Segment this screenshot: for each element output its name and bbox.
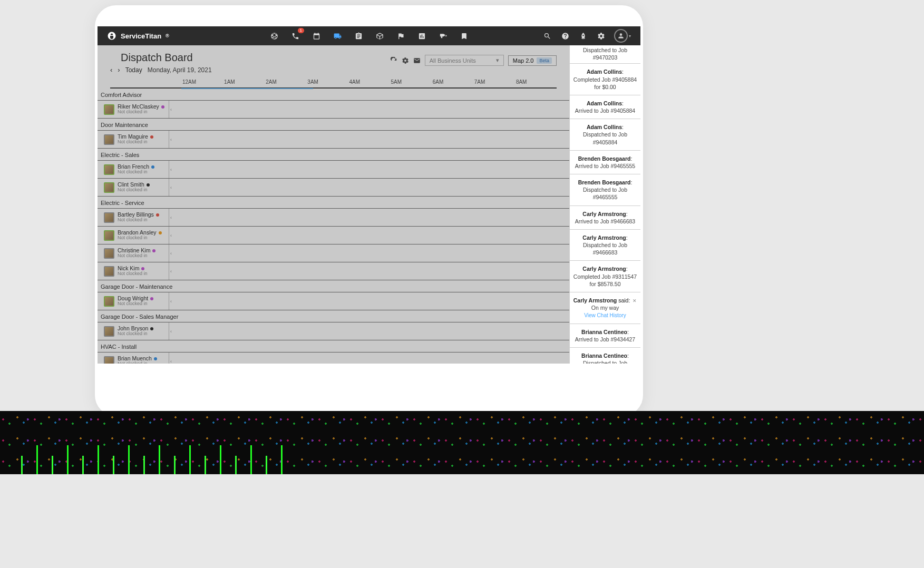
phone-badge: 1 bbox=[298, 28, 304, 33]
collapse-handle[interactable]: ‹ bbox=[170, 269, 172, 274]
collapse-handle[interactable]: ‹ bbox=[170, 137, 172, 142]
tech-track[interactable]: ‹ bbox=[169, 161, 569, 178]
tech-photo bbox=[104, 296, 114, 307]
collapse-handle[interactable]: ‹ bbox=[170, 167, 172, 172]
tech-track[interactable]: ‹ bbox=[169, 131, 569, 148]
feed-item[interactable]: Brenden Boesgaard:Arrived to Job #946555… bbox=[570, 151, 640, 174]
tech-status: Not clocked in bbox=[118, 188, 150, 193]
settings-icon[interactable] bbox=[402, 57, 409, 64]
tech-status: Not clocked in bbox=[118, 236, 162, 241]
tech-track[interactable]: ‹ bbox=[169, 179, 569, 196]
help-icon[interactable] bbox=[560, 31, 570, 41]
feed-item[interactable]: Carly Armstrong said: ✕On my wayView Cha… bbox=[570, 292, 640, 324]
tech-status: Not clocked in bbox=[118, 331, 153, 337]
calendar-icon[interactable] bbox=[312, 31, 321, 41]
tech-track[interactable]: ‹ bbox=[169, 227, 569, 244]
tech-track[interactable]: ‹ bbox=[169, 292, 569, 310]
map-button[interactable]: Map 2.0 Beta bbox=[508, 55, 557, 66]
topbar-center: 1 bbox=[269, 31, 469, 41]
today-button[interactable]: Today bbox=[125, 66, 142, 74]
feed-item[interactable]: Carly Armstrong:Arrived to Job #9466683 bbox=[570, 206, 640, 230]
business-unit-select[interactable]: All Business Units▾ bbox=[425, 55, 504, 66]
tech-track[interactable]: ‹ bbox=[169, 262, 569, 280]
chat-link[interactable]: View Chat History bbox=[584, 312, 626, 318]
tech-track[interactable]: ‹ bbox=[169, 101, 569, 118]
group-header[interactable]: HVAC - Install bbox=[98, 340, 569, 352]
rocket-icon[interactable] bbox=[578, 31, 588, 41]
chart-icon[interactable] bbox=[417, 31, 426, 41]
flag-icon[interactable] bbox=[396, 31, 405, 41]
tech-row[interactable]: Christine Kim Not clocked in‹ bbox=[98, 244, 569, 262]
tech-track[interactable]: ‹ bbox=[169, 209, 569, 226]
globe-icon[interactable] bbox=[269, 31, 279, 41]
tech-photo bbox=[104, 326, 114, 337]
tech-row[interactable]: John Bryson Not clocked in‹ bbox=[98, 322, 569, 340]
refresh-icon[interactable] bbox=[390, 57, 397, 64]
group-header[interactable]: Garage Door - Sales Manager bbox=[98, 310, 569, 322]
group-header[interactable]: Garage Door - Maintenance bbox=[98, 280, 569, 292]
next-day-button[interactable]: › bbox=[118, 66, 120, 74]
feed-item[interactable]: Dispatched to Job #9470203 bbox=[570, 45, 640, 64]
group-header[interactable]: Door Maintenance bbox=[98, 119, 569, 131]
phone-icon[interactable]: 1 bbox=[290, 31, 300, 41]
ruler-tick: 1AM bbox=[223, 79, 265, 87]
feed-item[interactable]: Brianna Centineo:Dispatched to Job #9434… bbox=[570, 348, 640, 364]
bookmark-icon[interactable] bbox=[459, 31, 469, 41]
tech-status: Not clocked in bbox=[118, 271, 148, 277]
collapse-handle[interactable]: ‹ bbox=[170, 299, 172, 304]
beta-tag: Beta bbox=[537, 57, 552, 64]
tech-row[interactable]: Bartley Billings Not clocked in‹ bbox=[98, 209, 569, 227]
collapse-handle[interactable]: ‹ bbox=[170, 215, 172, 220]
collapse-handle[interactable]: ‹ bbox=[170, 329, 172, 334]
group-header[interactable]: Electric - Sales bbox=[98, 149, 569, 161]
brand-text: ServiceTitan bbox=[121, 32, 161, 40]
tech-photo bbox=[104, 356, 114, 364]
tech-status: Not clocked in bbox=[118, 140, 153, 145]
dispatch-board: Dispatch Board ‹ › Today Monday, April 1… bbox=[98, 45, 569, 364]
collapse-handle[interactable]: ‹ bbox=[170, 185, 172, 190]
brand[interactable]: ServiceTitan® bbox=[107, 31, 169, 41]
tech-photo bbox=[104, 104, 114, 115]
ruler-tick: 2AM bbox=[265, 79, 306, 87]
ruler-tick: 8AM bbox=[515, 79, 557, 87]
activity-feed[interactable]: Dispatched to Job #9470203Adam Collins:C… bbox=[569, 45, 640, 364]
feed-item[interactable]: Adam Collins:Arrived to Job #9405884 bbox=[570, 95, 640, 119]
tech-row[interactable]: Clint Smith Not clocked in‹ bbox=[98, 179, 569, 197]
feed-item[interactable]: Brianna Centineo:Arrived to Job #9434427 bbox=[570, 324, 640, 348]
collapse-handle[interactable]: ‹ bbox=[170, 107, 172, 112]
tech-photo bbox=[104, 248, 114, 259]
tech-row[interactable]: Brian French Not clocked in‹ bbox=[98, 161, 569, 179]
feed-item[interactable]: Carly Armstrong:Completed Job #9311547 f… bbox=[570, 261, 640, 292]
tech-status: Not clocked in bbox=[118, 110, 164, 115]
tech-row[interactable]: Tim Maguire Not clocked in‹ bbox=[98, 131, 569, 149]
megaphone-icon[interactable] bbox=[438, 31, 448, 41]
gear-icon[interactable] bbox=[596, 31, 606, 41]
gantt-body[interactable]: Comfort AdvisorRiker McClaskey Not clock… bbox=[98, 89, 569, 364]
feed-item[interactable]: Carly Armstrong:Dispatched to Job #94666… bbox=[570, 230, 640, 261]
tech-track[interactable]: ‹ bbox=[169, 322, 569, 340]
box-icon[interactable] bbox=[375, 31, 384, 41]
tech-row[interactable]: Doug Wright Not clocked in‹ bbox=[98, 292, 569, 310]
collapse-handle[interactable]: ‹ bbox=[170, 251, 172, 256]
collapse-handle[interactable]: ‹ bbox=[170, 359, 172, 364]
tech-row[interactable]: Nick Kim Not clocked in‹ bbox=[98, 262, 569, 280]
group-header[interactable]: Comfort Advisor bbox=[98, 89, 569, 101]
collapse-handle[interactable]: ‹ bbox=[170, 233, 172, 238]
tech-track[interactable]: ‹ bbox=[169, 352, 569, 364]
avatar-button[interactable] bbox=[614, 29, 628, 43]
search-icon[interactable] bbox=[542, 31, 552, 41]
mail-icon[interactable] bbox=[413, 57, 421, 64]
tech-track[interactable]: ‹ bbox=[169, 244, 569, 262]
tech-row[interactable]: Brandon Ansley Not clocked in‹ bbox=[98, 227, 569, 244]
truck-icon[interactable] bbox=[333, 31, 342, 41]
group-header[interactable]: Electric - Service bbox=[98, 197, 569, 209]
feed-item[interactable]: Adam Collins:Dispatched to Job #9405884 bbox=[570, 119, 640, 151]
prev-day-button[interactable]: ‹ bbox=[110, 66, 112, 74]
chevron-down-icon[interactable]: ▾ bbox=[629, 34, 631, 38]
time-ruler: 12AM1AM2AM3AM4AM5AM6AM7AM8AM bbox=[110, 79, 557, 89]
feed-item[interactable]: Adam Collins:Completed Job #9405884 for … bbox=[570, 64, 640, 95]
clipboard-icon[interactable] bbox=[354, 31, 363, 41]
tech-row[interactable]: Riker McClaskey Not clocked in‹ bbox=[98, 101, 569, 119]
feed-item[interactable]: Brenden Boesgaard:Dispatched to Job #946… bbox=[570, 174, 640, 206]
tech-row[interactable]: Brian Muench Not clocked in‹ bbox=[98, 352, 569, 364]
